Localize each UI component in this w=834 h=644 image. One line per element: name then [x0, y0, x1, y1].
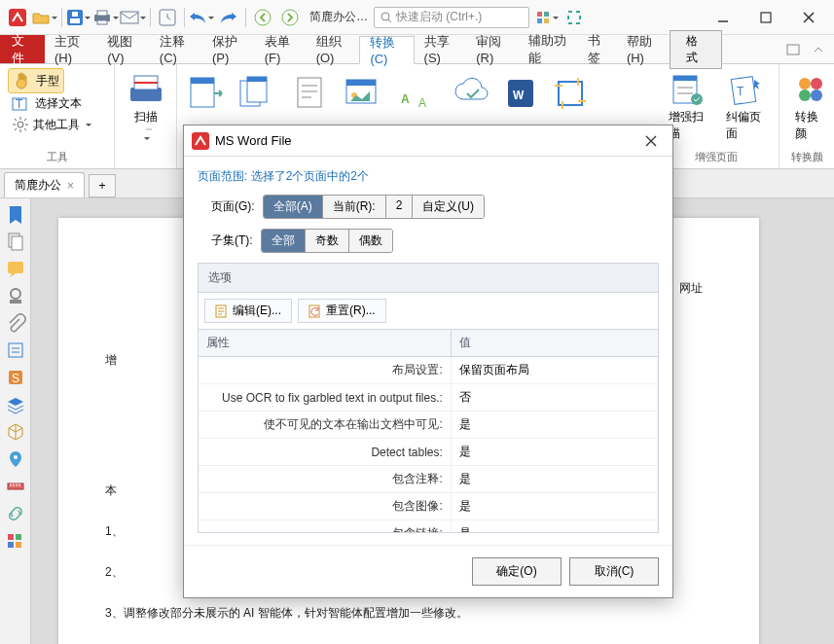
options-table[interactable]: 属性 值 布局设置:保留页面布局Use OCR to fix garbled t…	[198, 329, 659, 533]
svg-rect-48	[12, 236, 22, 250]
menu-tab[interactable]: 审阅(R)	[466, 35, 519, 63]
document-tab[interactable]: 简鹿办公 ×	[4, 172, 85, 197]
save-icon[interactable]	[67, 6, 91, 29]
menu-tab[interactable]: 主页(H)	[45, 35, 97, 63]
table-row[interactable]: 包含图像:是	[199, 493, 658, 520]
ok-button[interactable]: 确定(O)	[472, 557, 562, 586]
word-export-icon[interactable]: W	[504, 74, 537, 113]
svg-text:S: S	[12, 372, 19, 385]
geo-icon[interactable]	[6, 449, 25, 469]
menu-bar: 文件 主页(H)视图(V)注释(C)保护(P)表单(F)组织(O)转换(C)共享…	[0, 35, 834, 64]
stamp-icon[interactable]	[6, 286, 25, 305]
nav-back-icon[interactable]	[251, 6, 274, 29]
layers-icon[interactable]	[6, 395, 25, 414]
menu-tab[interactable]: 书签	[578, 35, 617, 63]
menu-tab[interactable]: 保护(P)	[202, 35, 255, 63]
undo-icon[interactable]	[190, 6, 213, 29]
window-close-button[interactable]	[787, 3, 830, 32]
table-row[interactable]: 布局设置:保留页面布局	[199, 357, 658, 384]
svg-point-44	[811, 78, 822, 89]
3d-icon[interactable]	[6, 422, 25, 442]
cloud-convert-icon[interactable]	[452, 74, 490, 113]
segment-option[interactable]: 偶数	[349, 230, 392, 252]
menu-tab[interactable]: 注释(C)	[150, 35, 202, 63]
comments-icon[interactable]	[6, 259, 25, 278]
mail-icon[interactable]	[122, 6, 145, 29]
bookmark-icon[interactable]	[6, 204, 25, 224]
menu-tab[interactable]: 视图(V)	[97, 35, 150, 63]
svg-point-55	[14, 455, 18, 459]
deskew-button[interactable]: T 纠偏页面	[718, 68, 772, 146]
table-row[interactable]: Use OCR to fix garbled text in output fi…	[199, 384, 658, 411]
form-icon[interactable]	[6, 340, 25, 360]
svg-rect-13	[544, 12, 549, 17]
table-row[interactable]: Detect tables:是	[199, 439, 658, 466]
ribbon-opts-icon[interactable]	[782, 38, 802, 61]
segment-option[interactable]: 自定义(U)	[413, 196, 484, 218]
document-icon[interactable]	[290, 74, 329, 113]
svg-rect-16	[568, 12, 580, 23]
open-icon[interactable]	[33, 6, 56, 29]
cancel-button[interactable]: 取消(C)	[569, 557, 659, 586]
convert-page-icon[interactable]	[185, 74, 224, 113]
link-icon[interactable]	[6, 504, 25, 523]
segment-option[interactable]: 2	[386, 196, 414, 218]
menu-tab[interactable]: 共享(S)	[415, 35, 467, 63]
menu-tab[interactable]: 帮助(H)	[617, 35, 670, 63]
app-logo-icon	[6, 6, 29, 29]
segment-option[interactable]: 全部	[262, 230, 306, 252]
menu-tab[interactable]: 辅助功能	[519, 35, 577, 63]
attachment-icon[interactable]	[6, 313, 25, 333]
ruler-icon[interactable]	[6, 477, 25, 496]
table-row[interactable]: 使不可见的文本在输出文档中可见:是	[199, 411, 658, 439]
close-tab-icon[interactable]: ×	[67, 179, 74, 193]
hand-tool[interactable]: 手型	[8, 68, 64, 93]
window-minimize-button[interactable]	[702, 3, 744, 32]
revert-icon[interactable]	[156, 6, 179, 29]
segment-option[interactable]: 全部(A)	[264, 196, 323, 218]
enhance-scan-icon	[670, 72, 705, 107]
edit-options-button[interactable]: 编辑(E)...	[204, 299, 292, 323]
svg-rect-0	[9, 9, 26, 26]
crop-icon[interactable]	[551, 74, 590, 113]
other-tools-menu[interactable]: 其他工具	[8, 114, 95, 135]
side-panel: S	[0, 198, 31, 644]
file-menu[interactable]: 文件	[0, 35, 45, 63]
window-maximize-button[interactable]	[744, 3, 787, 32]
signature-icon[interactable]: S	[6, 368, 25, 387]
scan-button[interactable]: 扫描	[123, 68, 169, 145]
dialog-close-button[interactable]	[637, 129, 665, 153]
svg-rect-49	[8, 262, 23, 273]
nav-fwd-icon[interactable]	[278, 6, 302, 29]
font-icon[interactable]: AA	[399, 74, 438, 113]
convert-pages-icon[interactable]	[237, 74, 276, 113]
fullscreen-icon[interactable]	[562, 6, 586, 29]
tools-group-label: 工具	[8, 148, 106, 164]
subset-segment[interactable]: 全部奇数偶数	[261, 229, 393, 253]
table-row[interactable]: 包含注释:是	[199, 466, 658, 493]
scanner-icon	[128, 72, 163, 107]
table-row[interactable]: 包含链接:是	[199, 520, 658, 534]
menu-tab[interactable]: 表单(F)	[255, 35, 307, 63]
convert-color-button[interactable]: 转换颜	[787, 68, 834, 146]
print-icon[interactable]	[94, 6, 118, 29]
svg-rect-3	[72, 12, 78, 17]
quick-launch-search[interactable]: 快速启动 (Ctrl+.)	[374, 7, 529, 28]
image-convert-icon[interactable]	[343, 74, 385, 113]
page-range-segment[interactable]: 全部(A)当前(R):2自定义(U)	[263, 195, 485, 219]
redo-icon[interactable]	[217, 6, 240, 29]
segment-option[interactable]: 奇数	[306, 230, 349, 252]
svg-point-43	[799, 78, 811, 89]
pages-panel-icon[interactable]	[6, 232, 25, 251]
tags-icon[interactable]	[6, 531, 25, 551]
add-tab-button[interactable]: +	[89, 174, 116, 197]
collapse-ribbon-icon[interactable]	[809, 38, 828, 61]
format-button[interactable]: 格式	[670, 30, 722, 69]
select-text-tool[interactable]: T 选择文本	[8, 93, 86, 114]
tools-menu-icon[interactable]	[535, 6, 559, 29]
reset-options-button[interactable]: 重置(R)...	[298, 299, 386, 323]
menu-tab[interactable]: 组织(O)	[307, 35, 360, 63]
segment-option[interactable]: 当前(R):	[323, 196, 386, 218]
dialog-titlebar[interactable]: MS Word File	[184, 125, 672, 157]
menu-tab[interactable]: 转换(C)	[359, 36, 414, 64]
